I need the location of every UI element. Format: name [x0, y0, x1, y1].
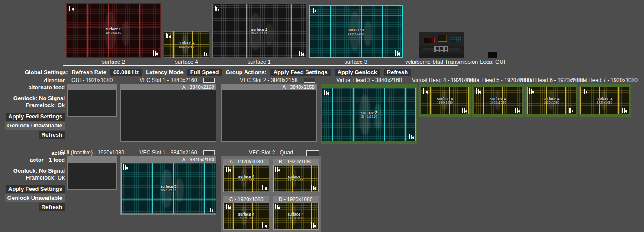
stage-surface-4-mini [438, 35, 447, 42]
ghost-shape [241, 168, 247, 187]
quad-feed-preview[interactable]: surface 4 1920x1080 [223, 165, 269, 192]
audio-meter-icon [153, 50, 158, 56]
actor-output-panels: GUI (inactive) - 1920x1080 VFC Slot 1 - … [67, 150, 321, 232]
apply-genlock-button[interactable]: Apply Genlock [335, 69, 380, 76]
virtual-head-preview[interactable]: surface 4 1920x1080 [474, 87, 522, 114]
feed-checkbox[interactable] [306, 150, 319, 156]
virtual-head-preview[interactable]: surface 4 1920x1080 [421, 87, 469, 114]
panel-title: VFC Slot 1 - 3840x2160 [139, 77, 197, 84]
audio-meter-icon [583, 88, 587, 94]
vfc-feed-preview[interactable]: surface 3 3840x2160 [121, 163, 216, 214]
audio-meter-icon [226, 204, 231, 209]
stage-surface-3-mini [450, 37, 461, 42]
feed-checkbox[interactable] [304, 78, 315, 83]
surface-4-tab[interactable]: surface 4 1920x1080 surface 4 [163, 31, 210, 65]
audio-meter-icon [275, 204, 280, 209]
ghost-shape [265, 23, 273, 45]
quad-slot-title: A - 1920x1080 [223, 159, 269, 165]
surface-4-label[interactable]: surface 4 [175, 58, 198, 65]
audio-meter-icon [166, 33, 171, 38]
ghost-shape [290, 168, 296, 187]
surface-3-tab[interactable]: surface 3 3840x2160 surface 3 [309, 5, 403, 65]
quad-feed-preview[interactable]: surface 4 1920x1080 [273, 165, 319, 192]
stage-machine-label[interactable]: vclaiborne-blad Transmission [405, 58, 478, 65]
audio-meter-icon [262, 222, 267, 228]
virtual-head-preview[interactable]: surface 4 1920x1080 [527, 87, 576, 114]
genlock-unavailable-button[interactable]: Genlock Unavailable [5, 122, 65, 130]
audio-meter-icon [569, 108, 573, 113]
surface-thumbnail-strip: surface 2 3840x2160 surface 2 surface 4 … [66, 0, 505, 65]
ghost-shape [441, 90, 448, 110]
vfc-feed-preview[interactable] [222, 90, 316, 141]
ghost-shape [374, 104, 382, 129]
refresh-rate-value[interactable]: 60.000 Hz [110, 69, 142, 76]
gui-feed-preview[interactable] [68, 90, 116, 116]
director-virtual-head-5-panel[interactable]: Virtual Head 5 - 1920x1080 surface 4 192… [472, 77, 524, 117]
surface-1-thumbnail[interactable]: surface 1 3840x2160 [212, 4, 306, 58]
gui-feed-preview[interactable] [68, 163, 116, 189]
feed-checkbox[interactable] [203, 78, 215, 83]
audio-meter-icon [324, 90, 329, 95]
virtual-head-preview[interactable]: surface 3 3840x2160 [322, 88, 416, 141]
actor-vfc-slot-1-panel[interactable]: VFC Slot 1 - 3840x2160 A - 3840x2160 sur… [120, 150, 216, 215]
director-virtual-head-4-panel[interactable]: Virtual Head 4 - 1920x1080 surface 4 192… [419, 77, 471, 117]
framelock-status: Framelock: Ok [26, 174, 65, 181]
ghost-shape [290, 206, 296, 225]
director-virtual-head-3-panel[interactable]: Virtual Head 3 - 3840x2160 surface 3 384… [321, 77, 417, 144]
vfc-feed-preview[interactable] [121, 90, 216, 141]
refresh-button[interactable]: Refresh [384, 69, 411, 76]
global-settings-label: Global Settings: [25, 69, 68, 75]
quad-slot-c[interactable]: C - 1920x1080 surface 4 1920x1080 [223, 196, 269, 230]
director-vfc-slot-2-panel[interactable]: VFC Slot 2 - 3840x2158 A - 3840x2158 [221, 77, 317, 142]
refresh-button[interactable]: Refresh [39, 203, 65, 211]
quad-feed-preview[interactable]: surface 4 1920x1080 [273, 203, 319, 230]
director-vfc-slot-1-panel[interactable]: VFC Slot 1 - 3840x2160 A - 3840x2160 [120, 77, 216, 142]
local-gui-label[interactable]: Local GUI [480, 58, 505, 65]
stage-machine-tab[interactable]: vclaiborne-blad Transmission [405, 32, 478, 65]
apply-feed-settings-button[interactable]: Apply Feed Settings [6, 113, 65, 121]
audio-meter-icon [515, 108, 520, 113]
apply-feed-settings-button[interactable]: Apply Feed Settings [270, 69, 331, 76]
surface-3-thumbnail[interactable]: surface 3 3840x2160 [309, 5, 403, 58]
quad-slot-a[interactable]: A - 1920x1080 surface 4 1920x1080 [223, 159, 269, 192]
surface-2-label[interactable]: surface 2 [102, 58, 125, 65]
audio-meter-icon [275, 167, 280, 172]
refresh-rate-label: Refresh Rate [72, 69, 106, 75]
actor-vfc-slot-2-quad-panel[interactable]: VFC Slot 2 - Quad A - 1920x1080 surface … [221, 150, 321, 232]
quad-slot-b[interactable]: B - 1920x1080 surface 4 1920x1080 [273, 159, 319, 192]
audio-meter-icon [262, 185, 267, 190]
director-virtual-head-7-panel[interactable]: Virtual Head 7 - 1920x1080 surface 4 192… [579, 77, 631, 117]
surface-2-tab[interactable]: surface 2 3840x2160 surface 2 [66, 3, 161, 65]
apply-feed-settings-button[interactable]: Apply Feed Settings [6, 185, 65, 193]
feed-subheader: A - 3840x2158 [222, 85, 316, 90]
surface-1-label[interactable]: surface 1 [248, 58, 270, 65]
audio-meter-icon [409, 134, 414, 139]
ghost-shape [364, 21, 372, 46]
local-gui-tab[interactable]: Local GUI [480, 52, 505, 65]
ghost-shape [359, 95, 370, 135]
refresh-button[interactable]: Refresh [39, 131, 65, 139]
panel-title: Virtual Head 7 - 1920x1080 [572, 77, 638, 84]
surface-4-thumbnail[interactable]: surface 4 1920x1080 [163, 31, 210, 58]
surface-3-label[interactable]: surface 3 [344, 58, 367, 65]
virtual-head-preview[interactable]: surface 4 1920x1080 [580, 87, 629, 114]
quad-feed-preview[interactable]: surface 4 1920x1080 [223, 203, 269, 230]
genlock-unavailable-button[interactable]: Genlock Unavailable [5, 194, 65, 202]
machine-section-director: director alternate feed Genlock: No Sign… [0, 77, 631, 144]
audio-meter-icon [395, 50, 400, 56]
panel-title: GUI (inactive) - 1920x1080 [60, 150, 124, 156]
surface-2-thumbnail[interactable]: surface 2 3840x2160 [66, 3, 161, 58]
stage-surface-2-mini [424, 38, 435, 43]
actor-gui-panel[interactable]: GUI (inactive) - 1920x1080 [67, 150, 117, 190]
quad-slot-d[interactable]: D - 1920x1080 surface 4 1920x1080 [273, 196, 319, 230]
latency-mode-value[interactable]: Full Speed [187, 69, 222, 76]
surface-1-tab[interactable]: surface 1 3840x2160 surface 1 [212, 4, 306, 65]
director-virtual-head-6-panel[interactable]: Virtual Head 6 - 1920x1080 surface 4 192… [525, 77, 577, 117]
stage-preview-thumbnail[interactable] [419, 32, 464, 58]
framelock-status: Framelock: Ok [26, 102, 65, 109]
feed-checkbox[interactable] [203, 150, 215, 155]
ghost-shape [601, 90, 607, 110]
director-gui-panel[interactable]: GUI - 1920x1080 [67, 77, 117, 117]
local-gui-thumbnail[interactable] [488, 52, 497, 58]
audio-meter-icon [423, 88, 428, 94]
